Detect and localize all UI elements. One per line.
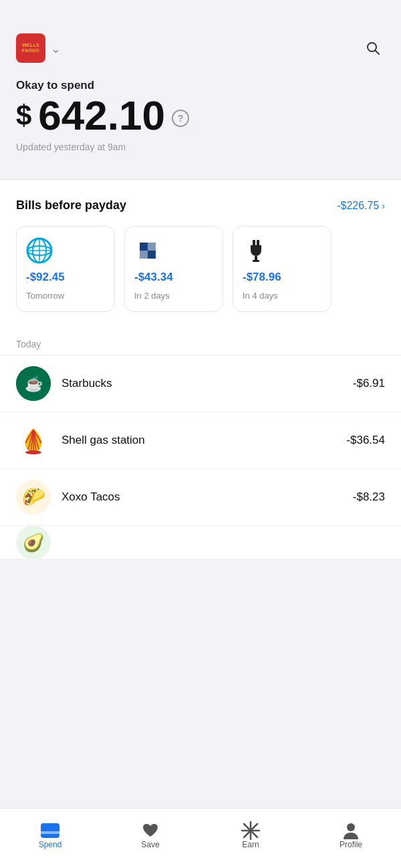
spend-label: Spend (39, 840, 62, 849)
bills-cards-container: -$92.45 Tomorrow (16, 226, 385, 328)
balance-row: $ 642.10 ? (16, 95, 385, 136)
svg-marker-11 (140, 251, 148, 259)
starbucks-icon: ☕ (16, 366, 51, 401)
logo-text-line1: WELLS (22, 43, 39, 48)
shell-amount: -$36.54 (346, 434, 385, 447)
save-label: Save (141, 840, 159, 849)
svg-marker-10 (148, 243, 156, 251)
search-button[interactable] (361, 36, 385, 60)
nav-profile[interactable]: Profile (301, 809, 401, 857)
header-left: WELLS FARGO ⌄ (16, 33, 61, 63)
bills-arrow-icon: › (382, 200, 385, 211)
bills-title: Bills before payday (16, 198, 126, 212)
transaction-starbucks[interactable]: ☕ Starbucks -$6.91 (0, 355, 401, 412)
bill-card-chase[interactable]: -$43.34 In 2 days (124, 226, 223, 312)
svg-text:🌮: 🌮 (22, 486, 45, 508)
electric-bill-due: In 4 days (243, 291, 321, 301)
logo-text-line2: FARGO (22, 48, 39, 53)
balance-dollar-sign: $ (16, 100, 31, 132)
app-header: WELLS FARGO ⌄ (0, 0, 401, 74)
spend-icon (41, 824, 59, 837)
wells-fargo-logo: WELLS FARGO (16, 33, 45, 63)
plug-icon (243, 237, 269, 264)
nav-spend[interactable]: Spend (0, 809, 100, 857)
svg-text:🥑: 🥑 (23, 532, 45, 553)
svg-marker-8 (140, 243, 148, 251)
shell-name: Shell gas station (61, 434, 336, 447)
svg-point-19 (25, 450, 41, 454)
search-icon (365, 40, 381, 56)
chase-bill-amount: -$43.34 (134, 271, 213, 284)
okay-to-spend-label: Okay to spend (16, 79, 385, 92)
bills-section: Bills before payday -$226.75 › (0, 180, 401, 328)
save-icon (141, 824, 160, 837)
balance-help-icon[interactable]: ? (172, 110, 189, 127)
balance-updated-text: Updated yesterday at 9am (16, 142, 385, 152)
chase-icon (134, 237, 161, 264)
transactions-section: Today ☕ Starbucks -$6.91 (0, 328, 401, 559)
bottom-navigation: Spend Save Earn (0, 808, 401, 868)
balance-amount: 642.10 (38, 95, 165, 136)
att-icon (26, 237, 53, 264)
shell-icon (16, 423, 51, 458)
today-label: Today (0, 328, 401, 355)
taco-icon: 🌮 (16, 480, 51, 515)
transaction-shell[interactable]: Shell gas station -$36.54 (0, 412, 401, 468)
nav-save[interactable]: Save (100, 809, 200, 857)
starbucks-name: Starbucks (61, 377, 342, 390)
att-bill-amount: -$92.45 (26, 271, 105, 284)
partial-icon: 🥑 (16, 525, 51, 559)
starbucks-amount: -$6.91 (353, 377, 385, 390)
att-bill-due: Tomorrow (26, 291, 105, 301)
earn-icon (241, 824, 260, 837)
svg-marker-9 (148, 251, 156, 259)
account-chevron-icon[interactable]: ⌄ (51, 41, 61, 56)
profile-icon (342, 824, 360, 837)
bills-header: Bills before payday -$226.75 › (16, 198, 385, 212)
svg-text:☕: ☕ (25, 375, 43, 393)
taco-amount: -$8.23 (353, 490, 385, 504)
taco-name: Xoxo Tacos (61, 490, 342, 504)
transaction-xoxo-tacos[interactable]: 🌮 Xoxo Tacos -$8.23 (0, 468, 401, 525)
svg-point-29 (347, 823, 355, 831)
chase-bill-due: In 2 days (134, 291, 213, 301)
earn-label: Earn (242, 840, 259, 849)
svg-rect-15 (253, 260, 259, 262)
nav-earn[interactable]: Earn (200, 809, 301, 857)
electric-bill-amount: -$78.96 (243, 271, 321, 284)
card-icon (41, 823, 59, 838)
bills-total-amount[interactable]: -$226.75 › (337, 200, 385, 212)
balance-section: Okay to spend $ 642.10 ? Updated yesterd… (0, 74, 401, 179)
bill-card-att[interactable]: -$92.45 Tomorrow (16, 226, 115, 312)
transaction-partial: 🥑 (0, 525, 401, 559)
bill-card-electric[interactable]: -$78.96 In 4 days (233, 226, 331, 312)
svg-line-1 (376, 51, 380, 55)
profile-label: Profile (340, 840, 362, 849)
